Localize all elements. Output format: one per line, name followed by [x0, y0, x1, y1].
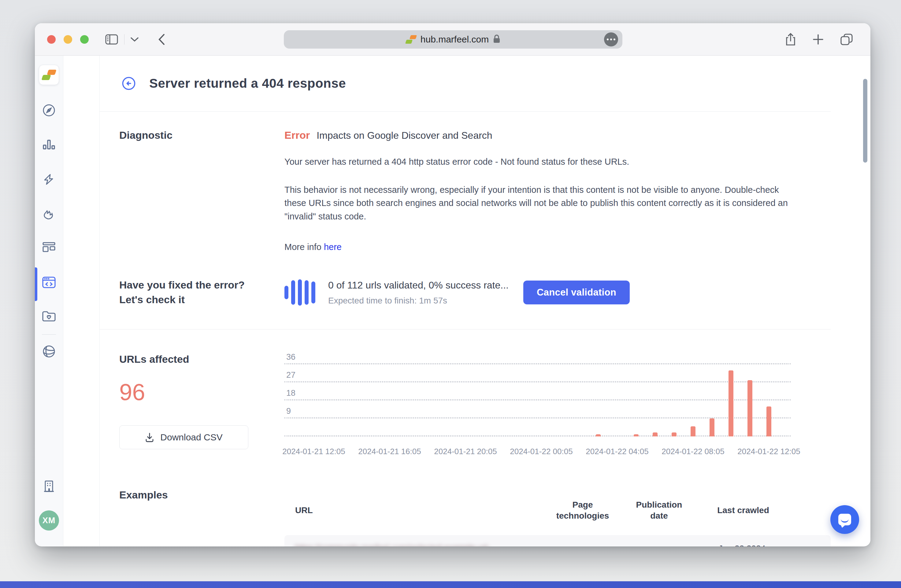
chart-plot: 3627189: [284, 353, 790, 436]
examples-table-header: URL Page technologies Publication date L…: [284, 489, 831, 535]
sidebar-item-layout-icon[interactable]: [42, 241, 56, 253]
diagnostic-paragraph-2: This behavior is not necessarily wrong, …: [284, 184, 798, 223]
chart-gridline: [284, 436, 790, 436]
sidebar-item-seo-debugger-icon-active[interactable]: [42, 276, 56, 288]
diagnostic-label: Diagnostic: [119, 129, 284, 252]
download-csv-label: Download CSV: [160, 432, 222, 443]
chart-y-tick-label: 9: [286, 406, 291, 416]
table-row[interactable]: https://community.marfeel.com/redacted-e…: [284, 535, 831, 546]
chart-bar: [691, 426, 695, 436]
page-header: Server returned a 404 response: [100, 56, 831, 112]
chart-gridline: [284, 417, 790, 418]
urls-affected-section: URLs affected 96 Download CSV 3: [100, 330, 831, 461]
chart-x-tick-label: 2024-01-21 20:05: [434, 447, 497, 456]
chevron-down-icon[interactable]: [131, 37, 139, 42]
validation-question-line2: Let's check it: [119, 292, 284, 307]
new-tab-plus-icon[interactable]: [813, 34, 823, 45]
chart-bar: [747, 380, 752, 436]
last-crawled-cell: Jan 22 2024,10:51: [697, 542, 789, 546]
sidebar-toggle-icon[interactable]: [105, 34, 118, 45]
chart-gridline: [284, 363, 790, 364]
sidebar-active-indicator: [35, 268, 37, 301]
impact-text: Impacts on Google Discover and Search: [316, 130, 493, 141]
validation-eta-text: Expected time to finish: 1m 57s: [328, 296, 508, 306]
user-avatar[interactable]: XM: [39, 510, 59, 530]
minimize-window-button[interactable]: [64, 35, 72, 44]
more-info-text: More info: [284, 242, 321, 252]
tab-overview-icon[interactable]: [840, 34, 853, 45]
lock-icon: [493, 34, 500, 45]
chart-y-tick-label: 27: [286, 370, 295, 380]
browser-toolbar: hub.marfeel.com: [35, 23, 870, 56]
back-button-icon[interactable]: [158, 34, 165, 45]
column-header-publication-date: Publication date: [621, 499, 697, 522]
sidebar-item-compass-icon[interactable]: [42, 104, 55, 117]
chart-x-tick-label: 2024-01-22 08:05: [661, 447, 724, 456]
address-bar[interactable]: hub.marfeel.com: [284, 30, 622, 48]
chart-x-axis: 2024-01-21 12:052024-01-21 16:052024-01-…: [284, 447, 792, 461]
examples-rows: https://community.marfeel.com/redacted-e…: [284, 535, 831, 546]
sidebar-item-collections-icon[interactable]: [42, 310, 56, 322]
chart-x-tick-label: 2024-01-22 00:05: [510, 447, 572, 456]
marfeel-logo[interactable]: [39, 65, 59, 85]
back-circle-icon[interactable]: [122, 76, 136, 90]
validation-section: Have you fixed the error? Let's check it…: [100, 278, 831, 307]
diagnostic-section: Diagnostic Error Impacts on Google Disco…: [100, 112, 831, 252]
url-host: hub.marfeel.com: [421, 34, 489, 45]
examples-section: Examples URL Page technologies Publicati…: [100, 489, 831, 546]
zoom-window-button[interactable]: [80, 35, 89, 44]
scrollbar-thumb[interactable]: [863, 79, 867, 163]
download-icon: [145, 432, 154, 442]
avatar-initials: XM: [42, 516, 56, 525]
urls-affected-label: URLs affected: [119, 353, 284, 365]
chart-bar: [767, 406, 771, 436]
sidebar-item-analytics-icon[interactable]: [42, 138, 55, 151]
sidebar-item-globe-icon[interactable]: [42, 345, 55, 358]
chat-bubble-icon: [838, 514, 851, 525]
sidebar-item-organization-icon[interactable]: [43, 480, 55, 493]
column-header-last-crawled: Last crawled: [697, 505, 789, 516]
chart-y-tick-label: 36: [286, 352, 295, 362]
chart-bar: [634, 434, 639, 436]
chart-gridline: [284, 400, 790, 400]
chart-bar: [653, 432, 658, 436]
chart-gridline: [284, 381, 790, 382]
cancel-validation-button[interactable]: Cancel validation: [523, 280, 630, 304]
urls-affected-chart: 3627189 2024-01-21 12:052024-01-21 16:05…: [284, 353, 792, 461]
column-header-url: URL: [284, 505, 544, 516]
chart-x-tick-label: 2024-01-22 04:05: [586, 447, 648, 456]
toolbar-divider: [124, 34, 125, 45]
page-settings-ellipsis-button[interactable]: [604, 33, 618, 47]
download-csv-button[interactable]: Download CSV: [119, 425, 248, 449]
column-header-page-technologies: Page technologies: [544, 499, 621, 522]
more-info-link[interactable]: here: [324, 242, 341, 252]
sidebar-item-lightning-icon[interactable]: [42, 173, 56, 185]
chart-x-tick-label: 2024-01-21 16:05: [358, 447, 421, 456]
share-icon[interactable]: [786, 33, 796, 46]
examples-label: Examples: [119, 489, 284, 546]
validation-status-text: 0 of 112 urls validated, 0% success rate…: [328, 280, 508, 291]
close-window-button[interactable]: [47, 35, 56, 44]
intercom-chat-button[interactable]: [830, 505, 859, 534]
chart-bar: [672, 432, 677, 436]
sidebar-item-flame-icon[interactable]: [42, 208, 56, 220]
url-cell: https://community.marfeel.com/redacted-e…: [284, 541, 544, 546]
validation-progress-icon: [284, 278, 315, 307]
chart-x-tick-label: 2024-01-21 12:05: [282, 447, 345, 456]
traffic-lights: [47, 35, 89, 44]
chart-x-tick-label: 2024-01-22 12:05: [737, 447, 800, 456]
chart-y-tick-label: 18: [286, 389, 295, 398]
diagnostic-paragraph-1: Your server has returned a 404 http stat…: [284, 155, 798, 169]
chart-bar: [709, 418, 714, 436]
urls-affected-count: 96: [119, 379, 284, 405]
validation-question-line1: Have you fixed the error?: [119, 278, 284, 292]
severity-badge: Error: [284, 129, 310, 141]
main-content: Server returned a 404 response Diagnosti…: [63, 56, 870, 546]
page-title: Server returned a 404 response: [149, 76, 346, 91]
chart-bar: [596, 434, 601, 436]
desktop-bottom-strip: [0, 581, 901, 588]
redacted-url-text: https://community.marfeel.com/redacted-e…: [295, 541, 544, 546]
app-sidebar: XM: [35, 56, 63, 546]
chart-bar: [728, 370, 733, 436]
site-favicon: [406, 35, 416, 44]
